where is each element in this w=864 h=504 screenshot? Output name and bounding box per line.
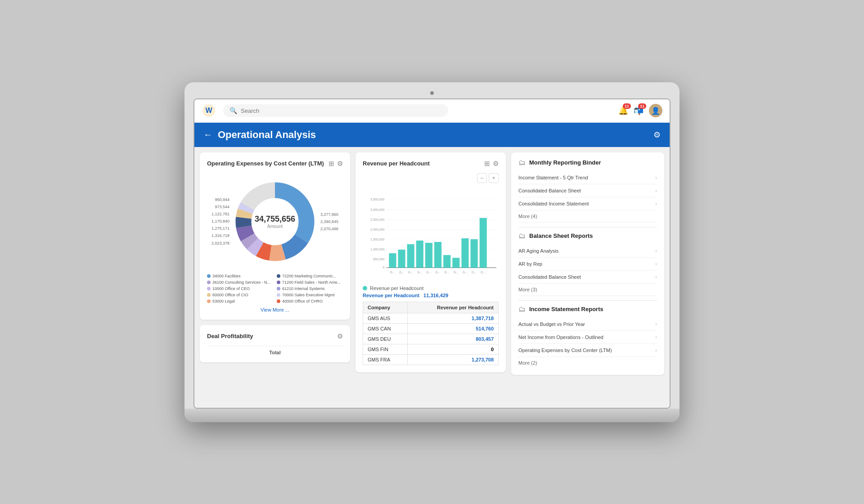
zoom-in-button[interactable]: + — [489, 173, 499, 183]
search-icon: 🔍 — [230, 107, 237, 114]
report-item-consolidated-bs2[interactable]: Consolidated Balance Sheet › — [518, 271, 657, 284]
deal-profitability-total: Total — [207, 346, 343, 355]
legend-color — [277, 274, 280, 278]
chevron-icon: › — [655, 274, 657, 280]
legend-item: 34000 Facilities — [207, 274, 273, 278]
page-settings-button[interactable]: ⚙ — [653, 130, 661, 140]
legend-item: 10000 Office of CEO — [207, 286, 273, 291]
filter-icon[interactable]: ⊞ — [484, 160, 490, 168]
svg-text:500,000: 500,000 — [373, 258, 385, 261]
messages-button[interactable]: 📬 11 — [634, 106, 644, 116]
report-item-actual-vs-budget[interactable]: Actual vs Budget vs Prior Year › — [518, 318, 657, 331]
revenue-headcount-card: Revenue per Headcount ⊞ ⚙ − + — [356, 152, 506, 372]
back-button[interactable]: ← — [203, 129, 212, 140]
svg-text:G...: G... — [472, 270, 477, 273]
company-cell: GMS DEU — [363, 334, 408, 344]
svg-rect-34 — [425, 243, 432, 268]
deal-profitability-card: Deal Profitability ⚙ Total — [200, 325, 350, 362]
legend-color — [207, 287, 211, 290]
settings-icon[interactable]: ⚙ — [337, 332, 343, 340]
svg-text:G...: G... — [454, 270, 459, 273]
svg-rect-35 — [434, 242, 441, 268]
bar-chart: 3,500,000 3,000,000 2,500,000 2,000,000 … — [363, 187, 499, 285]
search-input[interactable] — [241, 107, 442, 114]
report-item-more-monthly[interactable]: More (4) — [518, 210, 657, 223]
svg-rect-40 — [480, 218, 487, 268]
value-cell: 803,457 — [408, 334, 499, 344]
zoom-out-button[interactable]: − — [477, 173, 487, 183]
revenue-header: Revenue per Headcount — [408, 302, 499, 313]
messages-badge: 11 — [638, 103, 646, 109]
report-item-consolidated-bs[interactable]: Consolidated Balance Sheet › — [518, 184, 657, 197]
report-label-more: More (2) — [518, 360, 537, 366]
legend-color — [207, 281, 211, 284]
legend-label: 40000 Office of CHRO — [282, 299, 323, 303]
top-nav: W 🔍 🔔 11 📬 11 👤 — [194, 99, 670, 123]
svg-text:0: 0 — [382, 266, 384, 269]
legend-item: 71200 Field Sales - North Ame... — [277, 280, 343, 285]
settings-icon[interactable]: ⚙ — [337, 160, 343, 168]
report-item-net-income[interactable]: Net Income from Operations - Outlined › — [518, 331, 657, 344]
svg-rect-33 — [416, 241, 423, 268]
legend-color — [277, 299, 280, 303]
report-label: Operating Expenses by Cost Center (LTM) — [518, 348, 612, 353]
legend-label: 10000 Office of CEO — [212, 286, 250, 291]
legend-color — [277, 281, 280, 284]
view-more-link[interactable]: View More ... — [207, 307, 343, 312]
report-item-income-5qtr[interactable]: Income Statement - 5 Qtr Trend › — [518, 171, 657, 184]
report-label-more: More (4) — [518, 214, 537, 219]
legend: 34000 Facilities 72200 Marketing Communi… — [207, 274, 343, 303]
card-actions: ⊞ ⚙ — [328, 160, 343, 168]
value-cell: 1,387,718 — [408, 313, 499, 323]
deal-profitability-title: Deal Profitability — [207, 333, 253, 339]
legend-label: 34000 Facilities — [212, 274, 241, 278]
svg-rect-39 — [471, 239, 478, 268]
report-item-opex-ltm[interactable]: Operating Expenses by Cost Center (LTM) … — [518, 344, 657, 357]
legend-item: 61210 Internal Systems — [277, 286, 343, 291]
company-cell: GMS FRA — [363, 354, 408, 365]
income-statement-icon: 🗂 — [518, 305, 526, 313]
notifications-badge: 11 — [623, 103, 631, 109]
legend-item: 60000 Office of CIO — [207, 293, 273, 297]
svg-text:G...: G... — [399, 270, 404, 273]
chevron-icon: › — [655, 321, 657, 327]
report-label: AR Aging Analysis — [518, 248, 558, 254]
settings-icon[interactable]: ⚙ — [493, 160, 499, 168]
notifications-button[interactable]: 🔔 11 — [618, 106, 628, 116]
user-avatar[interactable]: 👤 — [649, 104, 662, 117]
legend-label: 36100 Consulting Services - N... — [212, 280, 270, 285]
svg-text:2,500,000: 2,500,000 — [370, 218, 384, 221]
report-label: Actual vs Budget vs Prior Year — [518, 321, 585, 327]
value-cell: 514,760 — [408, 323, 499, 334]
main-content: Operating Expenses by Cost Center (LTM) … — [194, 147, 670, 408]
legend-color — [207, 274, 211, 278]
filter-icon[interactable]: ⊞ — [328, 160, 334, 168]
report-item-more-income[interactable]: More (2) — [518, 357, 657, 369]
company-cell: GMS AUS — [363, 313, 408, 323]
svg-text:G...: G... — [463, 270, 468, 273]
right-panel: 🗂 Monthly Reporting Binder Income Statem… — [511, 152, 664, 402]
search-bar[interactable]: 🔍 — [223, 104, 448, 117]
report-item-consolidated-is[interactable]: Consolidated Income Statement › — [518, 197, 657, 210]
legend-label: 61210 Internal Systems — [282, 286, 325, 291]
table-row: GMS DEU 803,457 — [363, 334, 499, 344]
value-cell: 0 — [408, 344, 499, 354]
revenue-legend-label: Revenue per Headcount — [370, 285, 423, 291]
chevron-icon: › — [655, 334, 657, 340]
legend-label: 70000 Sales Executive Mgmt — [282, 293, 335, 297]
svg-rect-38 — [461, 238, 468, 268]
report-item-ar-aging[interactable]: AR Aging Analysis › — [518, 245, 657, 258]
report-item-ar-by-rep[interactable]: AR by Rep › — [518, 258, 657, 271]
revenue-legend: Revenue per Headcount — [363, 285, 499, 291]
svg-text:G...: G... — [408, 270, 413, 273]
legend-color-dot — [363, 286, 367, 290]
report-item-more-balance[interactable]: More (3) — [518, 284, 657, 296]
legend-item: 36100 Consulting Services - N... — [207, 280, 273, 285]
chevron-icon: › — [655, 174, 657, 181]
report-label: Income Statement - 5 Qtr Trend — [518, 175, 588, 180]
revenue-metric: Revenue per Headcount 11,316,429 — [363, 293, 499, 298]
chevron-icon: › — [655, 347, 657, 353]
report-label: Consolidated Balance Sheet — [518, 188, 581, 193]
app-logo: W — [202, 103, 216, 118]
left-column: Operating Expenses by Cost Center (LTM) … — [200, 152, 350, 402]
